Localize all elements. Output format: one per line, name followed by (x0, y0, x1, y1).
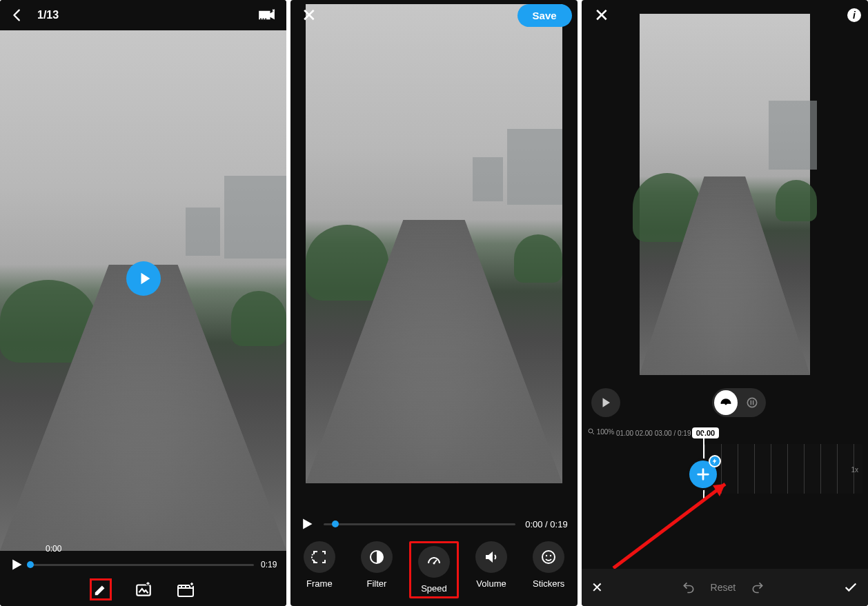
frame-tool[interactable]: Frame (295, 541, 344, 589)
add-video-button[interactable] (175, 578, 197, 600)
speed-mode-toggle[interactable] (712, 388, 766, 417)
filter-tool[interactable]: Filter (352, 541, 402, 589)
save-button[interactable]: Save (517, 4, 572, 27)
play-icon[interactable] (300, 517, 314, 531)
volume-label: Volume (476, 578, 506, 589)
zoom-level[interactable]: 100% (587, 427, 615, 436)
time-display: 0:00 / 0:19 (525, 519, 567, 529)
media-preview-screen: 1/13 0:00 (0, 0, 286, 606)
speed-tool[interactable]: Speed (409, 541, 459, 598)
back-arrow-icon[interactable] (10, 8, 25, 23)
close-icon[interactable]: ✕ (296, 2, 322, 29)
speed-1x-label: 1x (851, 466, 858, 474)
undo-icon[interactable] (682, 580, 696, 594)
play-button[interactable] (591, 388, 620, 417)
speed-ramp-strip[interactable]: 1x (704, 444, 862, 494)
svg-point-13 (748, 398, 757, 407)
edit-top-bar: ✕ Save (290, 0, 577, 30)
confirm-icon[interactable] (843, 580, 858, 595)
svg-rect-2 (266, 19, 267, 20)
speed-bottom-bar: ✕ Reset (582, 569, 868, 606)
svg-point-12 (725, 403, 727, 405)
edit-scrubber-row: 0:00 / 0:19 (290, 512, 577, 536)
svg-point-16 (589, 429, 593, 433)
frame-label: Frame (306, 578, 333, 589)
scrubber-track[interactable] (30, 564, 254, 566)
svg-point-9 (542, 551, 555, 563)
freeze-frame-icon[interactable] (740, 390, 764, 415)
svg-point-8 (433, 563, 435, 565)
info-icon[interactable]: i (847, 8, 861, 22)
hilight-icon[interactable] (257, 8, 277, 22)
scrubber-handle[interactable] (27, 561, 34, 568)
scrubber-track[interactable] (324, 523, 515, 525)
edit-toolbar: Frame Filter Speed Volume Stickers (290, 536, 577, 606)
speed-timeline: 100% 01.00 02.00 03.00 / 0:19 1x (582, 427, 868, 494)
volume-tool[interactable]: Volume (466, 541, 516, 589)
add-image-button[interactable] (132, 578, 155, 600)
speed-play-row (582, 386, 868, 419)
play-button[interactable] (126, 261, 161, 296)
preview-top-bar: 1/13 (0, 0, 286, 30)
filter-label: Filter (366, 578, 386, 589)
edit-screen: ✕ Save 0:00 / 0:19 Frame Filter Speed Vo… (290, 0, 577, 606)
duration-label: 0:19 (261, 560, 277, 569)
svg-rect-1 (263, 19, 264, 20)
cursor-time-bubble: 00.00 (692, 427, 720, 438)
svg-line-17 (613, 484, 725, 568)
close-icon[interactable]: ✕ (589, 2, 615, 29)
preview-bottom-bar: 0:00 0:19 (0, 551, 286, 606)
tick-label: 02.00 (635, 430, 653, 437)
reset-button[interactable]: Reset (711, 582, 736, 593)
speed-label: Speed (421, 583, 447, 594)
current-time-label: 0:00 (46, 544, 61, 554)
svg-point-10 (546, 555, 547, 556)
stickers-tool[interactable]: Stickers (524, 541, 573, 589)
media-counter: 1/13 (37, 9, 59, 21)
speed-gauge-icon[interactable] (714, 390, 738, 415)
svg-point-11 (550, 555, 551, 556)
video-preview[interactable] (640, 14, 810, 375)
redo-icon[interactable] (751, 580, 765, 594)
speed-bolt-badge (709, 455, 721, 467)
svg-rect-15 (753, 401, 754, 405)
tick-label: 01.00 (616, 430, 633, 437)
svg-rect-14 (751, 401, 752, 405)
video-preview[interactable] (306, 4, 562, 483)
total-duration: / 0:19 (673, 430, 691, 437)
svg-rect-0 (260, 19, 262, 20)
scrubber-handle[interactable] (332, 521, 339, 527)
stickers-label: Stickers (533, 578, 564, 589)
cancel-icon[interactable]: ✕ (591, 579, 603, 596)
tick-label: 03.00 (655, 430, 672, 437)
edit-pencil-button[interactable] (90, 578, 112, 600)
play-icon[interactable] (10, 558, 23, 572)
speed-editor-screen: ✕ i 100% 01.00 02.00 03.00 (582, 0, 868, 606)
